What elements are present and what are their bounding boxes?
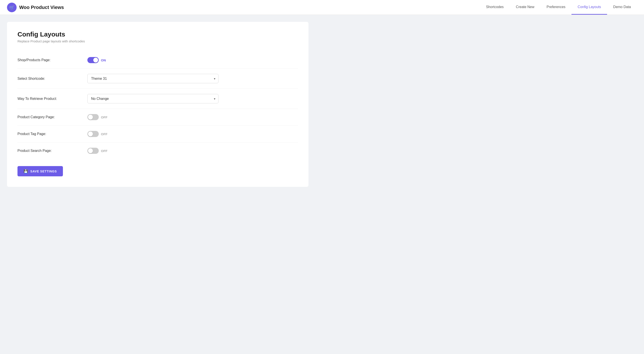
shop-toggle-wrapper: ON bbox=[88, 57, 218, 63]
category-toggle-label: OFF bbox=[101, 116, 108, 119]
save-settings-button[interactable]: 💾 SAVE SETTINGS bbox=[18, 166, 63, 176]
shop-toggle-slider bbox=[88, 57, 99, 63]
shortcode-select-wrapper: Theme 31 Theme 1 Theme 2 Theme 3 ▾ bbox=[88, 74, 218, 83]
category-toggle-wrapper: OFF bbox=[88, 114, 218, 120]
shop-toggle[interactable] bbox=[88, 57, 99, 63]
search-toggle[interactable] bbox=[88, 148, 99, 154]
product-search-label: Product Search Page: bbox=[18, 149, 88, 153]
logo-area: 🛒 Woo Product Views bbox=[7, 2, 480, 12]
search-toggle-wrapper: OFF bbox=[88, 148, 218, 154]
tag-toggle-label: OFF bbox=[101, 132, 108, 136]
save-icon: 💾 bbox=[24, 169, 28, 173]
select-shortcode-control: Theme 31 Theme 1 Theme 2 Theme 3 ▾ bbox=[88, 74, 218, 83]
nav-item-config-layouts[interactable]: Config Layouts bbox=[572, 0, 607, 15]
tag-toggle-wrapper: OFF bbox=[88, 131, 218, 137]
product-tag-label: Product Tag Page: bbox=[18, 132, 88, 136]
shop-toggle-label: ON bbox=[101, 58, 106, 62]
category-toggle-slider bbox=[88, 114, 99, 120]
category-toggle[interactable] bbox=[88, 114, 99, 120]
product-search-row: Product Search Page: OFF bbox=[18, 142, 298, 159]
nav-item-demo-data[interactable]: Demo Data bbox=[607, 0, 637, 15]
cart-icon: 🛒 bbox=[9, 5, 15, 10]
retrieve-product-control: No Change By ID By Slug ▾ bbox=[88, 94, 218, 103]
retrieve-product-row: Way To Retrieve Product: No Change By ID… bbox=[18, 89, 298, 109]
save-button-label: SAVE SETTINGS bbox=[30, 170, 57, 173]
product-category-label: Product Category Page: bbox=[18, 115, 88, 119]
product-category-row: Product Category Page: OFF bbox=[18, 109, 298, 126]
nav-item-preferences[interactable]: Preferences bbox=[540, 0, 572, 15]
shop-products-label: Shop/Products Page: bbox=[18, 58, 88, 62]
main-nav: Shortcodes Create New Preferences Config… bbox=[480, 0, 637, 15]
page-subtitle: Replace Product page layouts with shortc… bbox=[18, 39, 298, 43]
retrieve-product-label: Way To Retrieve Product: bbox=[18, 97, 88, 101]
nav-item-create-new[interactable]: Create New bbox=[510, 0, 540, 15]
main-content: Config Layouts Replace Product page layo… bbox=[0, 15, 644, 194]
product-tag-control: OFF bbox=[88, 131, 218, 137]
product-tag-row: Product Tag Page: OFF bbox=[18, 126, 298, 142]
nav-item-shortcodes[interactable]: Shortcodes bbox=[480, 0, 510, 15]
search-toggle-label: OFF bbox=[101, 149, 108, 153]
retrieve-select-wrapper: No Change By ID By Slug ▾ bbox=[88, 94, 218, 103]
page-title: Config Layouts bbox=[18, 30, 298, 38]
retrieve-select[interactable]: No Change By ID By Slug bbox=[88, 94, 218, 103]
config-card: Config Layouts Replace Product page layo… bbox=[7, 22, 308, 187]
logo-icon: 🛒 bbox=[7, 2, 16, 12]
shop-products-control: ON bbox=[88, 57, 218, 63]
app-title: Woo Product Views bbox=[19, 4, 64, 10]
select-shortcode-label: Select Shortcode: bbox=[18, 77, 88, 81]
shortcode-select[interactable]: Theme 31 Theme 1 Theme 2 Theme 3 bbox=[88, 74, 218, 83]
select-shortcode-row: Select Shortcode: Theme 31 Theme 1 Theme… bbox=[18, 68, 298, 89]
search-toggle-slider bbox=[88, 148, 99, 154]
product-search-control: OFF bbox=[88, 148, 218, 154]
product-category-control: OFF bbox=[88, 114, 218, 120]
header: 🛒 Woo Product Views Shortcodes Create Ne… bbox=[0, 0, 644, 15]
shop-products-row: Shop/Products Page: ON bbox=[18, 52, 298, 68]
tag-toggle[interactable] bbox=[88, 131, 99, 137]
tag-toggle-slider bbox=[88, 131, 99, 137]
